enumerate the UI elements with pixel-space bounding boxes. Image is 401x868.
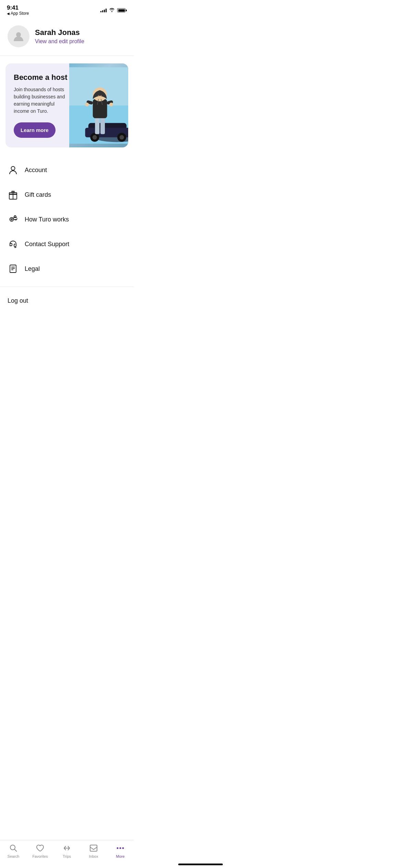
- profile-name: Sarah Jonas: [35, 28, 84, 37]
- logout-section: Log out: [0, 290, 134, 315]
- status-left: 9:41 ◀ App Store: [7, 5, 29, 16]
- svg-rect-11: [100, 117, 105, 134]
- svg-point-24: [10, 218, 14, 221]
- support-icon: [8, 239, 19, 250]
- keys-icon: [8, 214, 19, 225]
- host-person-illustration: [69, 63, 128, 147]
- profile-edit-link[interactable]: View and edit profile: [35, 38, 84, 45]
- svg-point-20: [11, 167, 15, 170]
- host-card-description: Join thousands of hosts building busines…: [14, 86, 70, 115]
- host-card: Become a host Join thousands of hosts bu…: [5, 63, 128, 147]
- status-time: 9:41: [7, 5, 19, 11]
- person-icon: [8, 165, 19, 176]
- menu-item-legal[interactable]: Legal: [0, 256, 134, 281]
- profile-divider: [0, 56, 134, 56]
- account-label: Account: [25, 167, 47, 174]
- signal-icon: [100, 8, 107, 12]
- legal-label: Legal: [25, 265, 40, 273]
- logout-button[interactable]: Log out: [8, 297, 28, 304]
- svg-rect-30: [10, 265, 16, 273]
- menu-item-giftcards[interactable]: Gift cards: [0, 182, 134, 207]
- host-card-title: Become a host: [14, 73, 70, 82]
- back-arrow-icon: ◀: [7, 12, 10, 15]
- giftcards-label: Gift cards: [25, 191, 51, 198]
- app-store-label: App Store: [11, 11, 29, 16]
- profile-info: Sarah Jonas View and edit profile: [35, 28, 84, 45]
- person-silhouette-icon: [12, 30, 25, 43]
- svg-point-19: [109, 103, 113, 106]
- svg-rect-12: [93, 99, 107, 118]
- host-card-image: [69, 63, 128, 147]
- svg-point-9: [120, 135, 124, 140]
- avatar: [8, 25, 29, 47]
- contact-support-label: Contact Support: [25, 241, 69, 248]
- app-store-back[interactable]: ◀ App Store: [7, 11, 29, 16]
- menu-item-how-turo-works[interactable]: How Turo works: [0, 207, 134, 232]
- menu-list: Account Gift cards: [0, 155, 134, 284]
- logout-divider: [0, 287, 134, 287]
- menu-item-contact-support[interactable]: Contact Support: [0, 232, 134, 256]
- host-card-content: Become a host Join thousands of hosts bu…: [5, 63, 77, 147]
- svg-point-25: [11, 219, 12, 220]
- svg-point-18: [85, 103, 89, 106]
- profile-section: Sarah Jonas View and edit profile: [0, 19, 134, 56]
- gift-icon: [8, 189, 19, 200]
- svg-point-0: [16, 32, 21, 37]
- svg-point-8: [93, 135, 97, 140]
- learn-more-button[interactable]: Learn more: [14, 122, 56, 138]
- svg-rect-10: [95, 117, 99, 134]
- legal-icon: [8, 263, 19, 274]
- how-turo-works-label: How Turo works: [25, 216, 69, 223]
- status-bar: 9:41 ◀ App Store: [0, 0, 134, 19]
- battery-icon: [117, 8, 127, 12]
- status-icons: [100, 8, 127, 13]
- menu-item-account[interactable]: Account: [0, 158, 134, 182]
- wifi-icon: [109, 8, 115, 13]
